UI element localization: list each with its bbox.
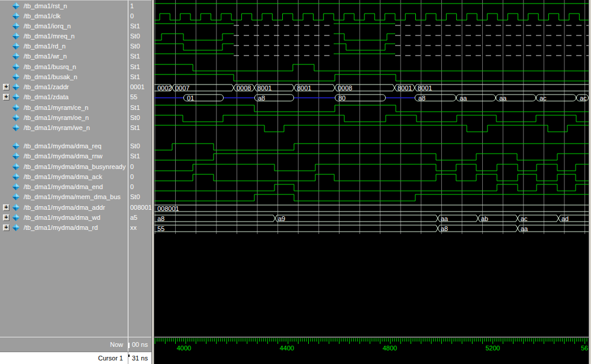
signal-row-clk[interactable]: /tb_dma1/clk [0,11,128,21]
signal-value: a5 [130,213,137,223]
svg-text:aa: aa [460,95,467,102]
signal-row-busak_n[interactable]: /tb_dma1/busak_n [0,72,128,82]
signal-name: /tb_dma1/zdata [24,92,69,102]
signal-row-zaddr[interactable]: +/tb_dma1/zaddr [0,82,128,92]
svg-text:0008: 0008 [338,84,352,92]
signal-name: /tb_dma1/mydma/dma_ack [24,172,102,182]
signal-row-zdata[interactable]: +/tb_dma1/zdata [0,92,128,102]
signal-diamond-icon [12,163,20,170]
signal-row-mem_dma_bus[interactable]: /tb_dma1/mydma/mem_dma_bus [0,192,128,202]
svg-text:aa: aa [499,95,507,102]
signal-value: 0 [130,11,134,21]
signal-value: St0 [130,141,140,151]
timeline-label: 4000 [177,344,191,352]
signal-row-rst_n[interactable]: /tb_dma1/rst_n [0,1,128,11]
signal-diamond-icon [12,22,20,30]
signal-name: /tb_dma1/clk [24,11,60,21]
signal-value: St0 [130,41,140,51]
signal-diamond-icon [12,83,20,90]
signal-row-mreq_n[interactable]: /tb_dma1/mreq_n [0,31,128,41]
signal-name: /tb_dma1/mydma/dma_req [24,141,101,151]
timeline-label: 4400 [280,344,294,352]
signal-row-dma_rd[interactable]: +/tb_dma1/mydma/dma_rd [0,223,128,233]
signal-name: /tb_dma1/busrq_n [24,62,76,72]
signal-row-iorq_n[interactable]: /tb_dma1/iorq_n [0,21,128,31]
svg-text:a8: a8 [441,225,448,232]
svg-text:8001: 8001 [257,84,272,92]
signal-diamond-icon [12,224,20,231]
clipped-digit [128,355,130,357]
signal-name: /tb_dma1/myram/we_n [24,123,90,133]
svg-text:ad: ad [561,215,569,222]
signal-row-dma_ack[interactable]: /tb_dma1/mydma/dma_ack [0,172,128,182]
signal-diamond-icon [12,142,20,150]
svg-text:aa: aa [521,225,528,232]
signal-names-panel[interactable]: /tb_dma1/rst_n/tb_dma1/clk/tb_dma1/iorq_… [0,0,128,337]
signal-row-dma_end[interactable]: /tb_dma1/mydma/dma_end [0,182,128,192]
svg-text:a9: a9 [278,215,285,222]
signal-row-dma_busynready[interactable]: /tb_dma1/mydma/dma_busynready [0,162,128,172]
signal-value: 0 [130,182,134,192]
signal-row-dma_rnw[interactable]: /tb_dma1/mydma/dma_rnw [0,151,128,161]
expand-button[interactable]: + [3,214,9,221]
signal-row-dma_wd[interactable]: +/tb_dma1/mydma/dma_wd [0,213,128,223]
signal-diamond-icon [12,204,20,211]
signal-diamond-icon [12,214,20,221]
signal-value: St1 [130,72,140,82]
svg-text:aa: aa [441,215,448,222]
signal-value: 1 [130,1,134,11]
expand-button[interactable]: + [3,225,9,231]
signal-name: /tb_dma1/rd_n [24,41,66,51]
svg-text:ac: ac [540,95,547,102]
window-right-edge [589,0,591,364]
waveform-svg[interactable]: 0002000700088001800100088001800101a880a8… [154,0,589,337]
signal-diamond-icon [12,193,20,200]
signal-value: St0 [130,113,140,123]
signal-diamond-icon [12,63,20,70]
signal-row-busrq_n[interactable]: /tb_dma1/busrq_n [0,62,128,72]
signal-value: St1 [130,103,140,113]
signal-row-wr_n[interactable]: /tb_dma1/wr_n [0,51,128,61]
signal-diamond-icon [12,53,20,60]
svg-text:8001: 8001 [297,84,311,92]
signal-diamond-icon [12,43,20,50]
signal-name: /tb_dma1/mydma/dma_busynready [24,162,125,172]
svg-text:a8: a8 [157,215,164,222]
signal-value: St1 [130,151,140,161]
signal-value: 0001 [130,82,144,92]
timeline-label: 56 [581,344,588,352]
signal-name: /tb_dma1/zaddr [24,82,69,92]
signal-name: /tb_dma1/myram/oe_n [24,113,89,123]
now-label: Now [22,337,125,352]
signal-diamond-icon [12,2,20,9]
signal-diamond-icon [12,12,20,20]
cursor-row[interactable]: Cursor 1 31 ns [0,352,151,364]
timeline-ruler[interactable]: 400044004800520056 [154,337,589,352]
expand-button[interactable]: + [3,204,9,211]
signal-value: St1 [130,123,140,133]
signal-name: /tb_dma1/myram/ce_n [24,103,88,113]
svg-text:ac: ac [521,215,528,222]
signal-name: /tb_dma1/rst_n [24,1,67,11]
svg-text:ac: ac [580,95,587,102]
expand-button[interactable]: + [3,94,9,100]
signal-diamond-icon [12,104,20,111]
signal-diamond-icon [12,93,20,100]
signal-row-dma_req[interactable]: /tb_dma1/mydma/dma_req [0,141,128,151]
signal-row-dma_addr[interactable]: +/tb_dma1/mydma/dma_addr [0,203,128,213]
expand-button[interactable]: + [3,84,9,90]
signal-name: /tb_dma1/mydma/dma_end [24,182,103,192]
waveform-canvas[interactable]: 0002000700088001800100088001800101a880a8… [154,0,589,337]
cursor-track[interactable] [154,352,589,364]
signal-row-rd_n[interactable]: /tb_dma1/rd_n [0,41,128,51]
svg-text:8001: 8001 [418,84,432,92]
signal-name: /tb_dma1/mydma/dma_addr [24,203,105,213]
signal-row-we_n[interactable]: /tb_dma1/myram/we_n [0,123,128,133]
now-value: 00 ns [128,337,151,352]
wave-window: /tb_dma1/rst_n/tb_dma1/clk/tb_dma1/iorq_… [0,0,591,364]
signal-row-ce_n[interactable]: /tb_dma1/myram/ce_n [0,103,128,113]
signal-name: /tb_dma1/mreq_n [24,31,75,41]
signal-value: St1 [130,21,140,31]
signal-row-oe_n[interactable]: /tb_dma1/myram/oe_n [0,113,128,123]
signal-value: St0 [130,31,140,41]
